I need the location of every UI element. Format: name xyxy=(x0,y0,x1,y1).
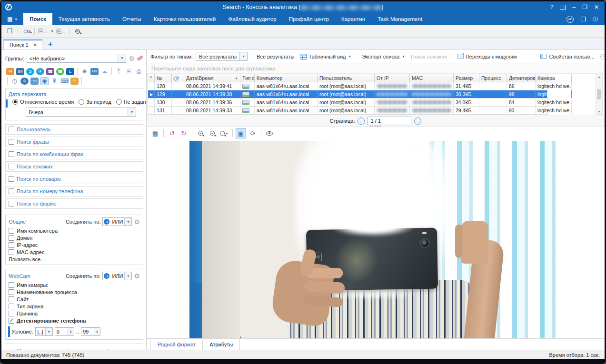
menu-tab-reports[interactable]: Отчеты xyxy=(116,13,148,25)
col-datetime[interactable]: Дата\Время▼ xyxy=(184,74,240,82)
printer-icon[interactable]: ⎙ xyxy=(135,68,143,75)
menu-tab-current-activity[interactable]: Текущая активность xyxy=(52,13,116,25)
session-playback-icon[interactable]: ⟳ xyxy=(248,128,258,138)
chevron-down-icon[interactable]: ▼ xyxy=(239,52,247,60)
col-num[interactable]: № xyxy=(155,74,172,82)
col-camera[interactable]: Камера xyxy=(536,74,572,82)
cloud-icon[interactable]: ☁ xyxy=(100,68,109,75)
col-mac[interactable]: MAC xyxy=(410,74,454,82)
criteria-phone-number[interactable]: Поиск по номеру телефона xyxy=(5,186,143,197)
restore-button[interactable]: ❐ xyxy=(582,4,587,10)
clock-icon[interactable]: ◷ xyxy=(10,78,19,85)
checkbox-icon[interactable] xyxy=(9,296,14,302)
checkbox-icon[interactable] xyxy=(9,242,14,248)
minimize-button[interactable]: – xyxy=(572,4,576,10)
menu-tab-file-auditor[interactable]: Файловый аудитор xyxy=(222,13,283,25)
table-row[interactable]: 128 08.06.2021 14:39:41 aas-w81x64ru.aas… xyxy=(148,82,547,90)
criteria-dictionary[interactable]: Поиск по словарю xyxy=(5,174,143,184)
eye-icon[interactable] xyxy=(265,128,274,138)
all-results-button[interactable]: Все результаты xyxy=(255,53,296,60)
col-user[interactable]: Пользователь xyxy=(318,74,375,82)
tab-native-format[interactable]: Родной формат xyxy=(150,339,203,350)
common-mac-address[interactable]: MAC-адрес xyxy=(9,249,140,255)
results-scrollbar[interactable]: ▲ ▼ xyxy=(596,74,603,115)
add-tab-button[interactable]: + xyxy=(42,40,58,49)
condition-from-input[interactable] xyxy=(55,329,68,334)
checkbox-icon[interactable] xyxy=(9,235,14,241)
group-by-bar[interactable]: Перетащите сюда заголовок поля для групп… xyxy=(147,63,605,74)
im-icon[interactable]: IM xyxy=(16,68,24,75)
go-to-modules-button[interactable]: Переходы к модулям xyxy=(456,53,518,60)
info-icon[interactable]: ⓘ xyxy=(593,16,598,23)
table-view-button[interactable]: Табличный вид▼ xyxy=(298,53,353,60)
gear-icon[interactable]: ⚙ xyxy=(134,272,140,280)
criteria-phrase-combination[interactable]: Поиск по комбинации фраз xyxy=(5,149,143,159)
criteria-user[interactable]: Пользователь xyxy=(5,124,143,135)
spinner-arrows-icon[interactable]: ▲▼ xyxy=(68,328,74,335)
menu-tab-profile-center[interactable]: Профайл центр xyxy=(283,13,335,25)
package-icon[interactable]: ❒ xyxy=(580,16,586,23)
correspondence-history-button[interactable]: История переписки xyxy=(599,53,605,60)
menu-tab-quarantine[interactable]: Карантин xyxy=(335,13,371,25)
join-operator-select[interactable]: ◑ ИЛИ ▼ xyxy=(102,272,132,280)
col-computer[interactable]: Компьютер xyxy=(255,74,318,82)
checkbox-icon[interactable] xyxy=(9,282,14,288)
condition-to-input[interactable] xyxy=(81,329,94,334)
col-detected[interactable]: Детектирова xyxy=(507,74,536,82)
checkbox-icon[interactable] xyxy=(9,311,14,316)
col-process[interactable]: Процесс xyxy=(479,74,507,82)
checkbox-icon[interactable] xyxy=(9,228,14,234)
rotate-left-icon[interactable]: ↺ xyxy=(167,128,177,138)
checkbox-icon[interactable] xyxy=(9,289,14,295)
webcam-screen-type[interactable]: Тип экрана xyxy=(9,304,140,309)
table-row-selected[interactable]: ▶ 129 08.06.2021 14:39:38 aas-w81x64ru.a… xyxy=(148,90,547,98)
common-ip-address[interactable]: IP-адрес xyxy=(9,242,140,248)
chevron-down-icon[interactable]: ▼ xyxy=(128,108,136,116)
webcam-icon[interactable]: ◉ xyxy=(40,78,49,85)
col-row-marker[interactable]: * xyxy=(148,74,155,82)
zoom-out-icon[interactable]: − xyxy=(208,128,217,138)
criteria-phrase[interactable]: Поиск фразы xyxy=(5,137,143,147)
viber-icon[interactable]: ☎ xyxy=(46,68,54,75)
table-row[interactable]: 131 08.06.2021 14:39:33 aas-w81x64ru.aas… xyxy=(148,107,547,115)
search-tab[interactable]: Поиск 1 ✕ xyxy=(3,39,42,49)
checkbox-icon[interactable] xyxy=(9,176,14,182)
condition-operator-select[interactable]: [..] ▼ xyxy=(35,327,53,336)
checkbox-icon[interactable] xyxy=(9,127,14,132)
chevron-down-icon[interactable]: ▼ xyxy=(45,328,52,335)
webcam-camera-name[interactable]: Имя камеры: xyxy=(9,282,140,288)
ftp-icon[interactable]: FTP xyxy=(90,68,99,75)
zoom-level-icon[interactable]: ▼ xyxy=(219,128,229,138)
lync-icon[interactable]: L xyxy=(66,68,74,75)
condition-to-stepper[interactable]: ▲▼ xyxy=(81,327,100,336)
chevron-down-icon[interactable]: ▼ xyxy=(50,30,54,33)
filter-by-type-select[interactable]: Все результаты ▼ xyxy=(196,52,248,61)
user-search-icon[interactable]: ☺ xyxy=(21,27,31,36)
telegram-icon[interactable]: ✈ xyxy=(36,68,44,75)
export-query-icon[interactable]: ⎘→ xyxy=(38,27,48,36)
groups-select[interactable]: <Не выбрано> ▼ xyxy=(27,54,127,63)
webcam-site[interactable]: Сайт xyxy=(9,296,140,302)
col-size[interactable]: Размер xyxy=(454,74,479,82)
zoom-in-icon[interactable]: + xyxy=(196,128,205,138)
menu-tab-user-cards[interactable]: Карточки пользователей xyxy=(148,13,222,25)
gear-icon[interactable]: ⚙ xyxy=(134,218,140,226)
common-domain[interactable]: Домен xyxy=(9,235,140,241)
gear-icon[interactable]: ⚙ xyxy=(129,55,135,62)
splitter-handle[interactable]: ••••• xyxy=(369,124,382,128)
http-globe-icon[interactable]: ⊕ xyxy=(80,68,89,75)
condition-from-stepper[interactable]: ▲▼ xyxy=(55,327,74,336)
export-list-button[interactable]: Экспорт списка▼ xyxy=(360,53,407,60)
col-filetype[interactable]: Тип фа xyxy=(240,74,255,82)
search-similar-button[interactable]: Поиск похожих xyxy=(409,53,448,60)
pin-window-icon[interactable]: ↑ xyxy=(560,5,566,10)
microphone-icon[interactable]: 🎙︎ xyxy=(50,78,59,85)
criteria-form[interactable]: Поиск по форме xyxy=(5,198,143,209)
scrollbar-thumb[interactable] xyxy=(597,89,601,99)
search-by-id-icon[interactable]: ID xyxy=(72,27,83,36)
next-page-icon[interactable]: → xyxy=(414,118,421,125)
radio-not-set[interactable]: Не задано xyxy=(116,99,147,105)
spinner-arrows-icon[interactable]: ▲▼ xyxy=(94,328,100,335)
col-from-ip[interactable]: От IP xyxy=(375,74,410,82)
checkbox-icon[interactable] xyxy=(9,139,14,145)
